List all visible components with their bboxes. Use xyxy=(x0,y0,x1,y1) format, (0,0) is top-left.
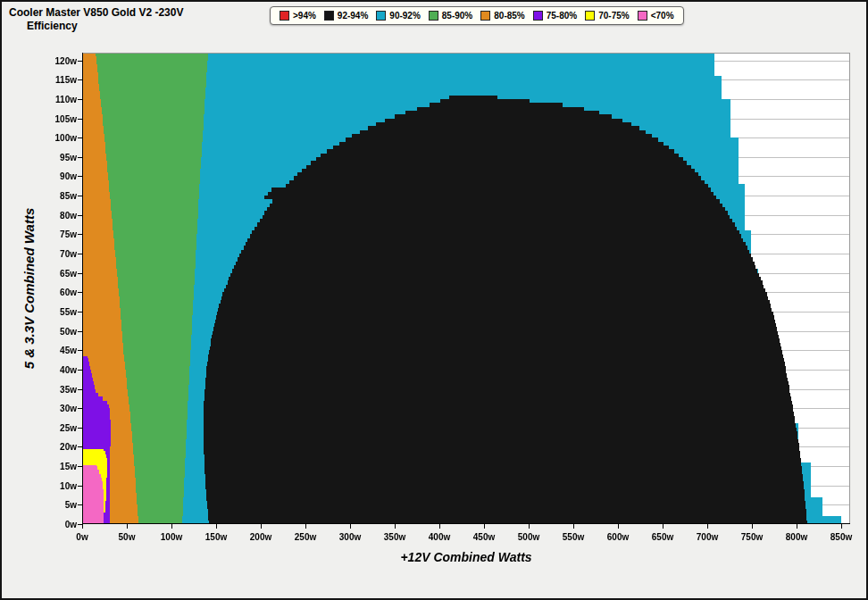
x-tick-label: 800w xyxy=(786,532,807,542)
x-tick-label: 350w xyxy=(384,532,405,542)
x-tick-mark xyxy=(573,524,574,529)
x-tick-label: 50w xyxy=(119,532,136,542)
legend-swatch xyxy=(533,11,543,21)
x-tick-label: 200w xyxy=(250,532,271,542)
x-tick-mark xyxy=(618,524,619,529)
x-tick-mark xyxy=(439,524,440,529)
x-tick-mark xyxy=(484,524,485,529)
efficiency-map-canvas xyxy=(82,53,850,524)
legend-swatch xyxy=(638,11,647,21)
x-tick-label: 700w xyxy=(697,532,718,542)
x-tick-mark xyxy=(752,524,753,529)
legend-item: >94% xyxy=(280,11,316,21)
y-axis-title: 5 & 3.3V Combined Watts xyxy=(21,208,37,370)
x-tick-label: 750w xyxy=(741,532,763,542)
x-tick-label: 450w xyxy=(473,532,495,542)
y-tick-label: 70w xyxy=(41,249,77,259)
legend-label: >94% xyxy=(293,11,316,21)
legend-label: 75-80% xyxy=(547,11,577,21)
legend-swatch xyxy=(480,11,490,21)
x-tick-label: 650w xyxy=(652,532,673,542)
y-tick-label: 5w xyxy=(41,500,77,510)
y-tick-label: 115w xyxy=(41,75,77,85)
x-axis-title: +12V Combined Watts xyxy=(400,550,531,564)
y-tick-label: 80w xyxy=(41,210,77,220)
y-tick-label: 20w xyxy=(41,442,77,452)
legend-swatch xyxy=(585,11,595,21)
y-tick-label: 30w xyxy=(41,404,77,413)
chart-window: Cooler Master V850 Gold V2 -230V Efficie… xyxy=(0,0,868,600)
chart-title-line2: Efficiency xyxy=(9,20,183,33)
legend-item: 85-90% xyxy=(429,11,472,21)
x-tick-label: 550w xyxy=(563,532,584,542)
x-tick-mark xyxy=(216,524,217,529)
x-tick-label: 600w xyxy=(607,532,629,542)
y-tick-label: 0w xyxy=(41,520,77,529)
x-tick-label: 500w xyxy=(518,532,539,542)
legend-swatch xyxy=(429,11,438,21)
legend-item: 92-94% xyxy=(324,11,368,21)
x-tick-mark xyxy=(395,524,396,529)
y-tick-label: 110w xyxy=(41,94,77,104)
legend-label: 90-92% xyxy=(389,11,420,21)
legend-item: 75-80% xyxy=(533,11,577,21)
y-tick-mark xyxy=(78,524,82,525)
x-tick-label: 400w xyxy=(429,532,450,542)
x-tick-label: 250w xyxy=(295,532,316,542)
x-tick-mark xyxy=(663,524,664,529)
y-tick-label: 120w xyxy=(41,55,77,65)
legend: >94%92-94%90-92%85-90%80-85%75-80%70-75%… xyxy=(270,6,684,25)
y-tick-label: 75w xyxy=(41,229,77,239)
legend-label: 85-90% xyxy=(442,11,472,21)
y-tick-label: 15w xyxy=(41,462,77,471)
legend-swatch xyxy=(280,11,289,21)
legend-item: 70-75% xyxy=(585,11,629,21)
y-tick-label: 65w xyxy=(41,268,77,278)
x-tick-mark xyxy=(707,524,708,529)
legend-item: <70% xyxy=(638,11,674,21)
x-tick-label: 0w xyxy=(76,532,88,542)
x-tick-mark xyxy=(350,524,351,529)
x-tick-mark xyxy=(797,524,797,529)
y-tick-label: 40w xyxy=(41,364,77,374)
chart-title-line1: Cooler Master V850 Gold V2 -230V xyxy=(9,6,183,20)
y-tick-label: 85w xyxy=(41,191,77,201)
legend-label: <70% xyxy=(651,11,674,21)
x-tick-label: 100w xyxy=(161,532,182,542)
y-tick-label: 25w xyxy=(41,422,77,432)
y-tick-label: 45w xyxy=(41,346,77,355)
x-tick-mark xyxy=(305,524,306,529)
y-tick-label: 50w xyxy=(41,326,77,336)
chart-title: Cooler Master V850 Gold V2 -230V Efficie… xyxy=(9,6,183,33)
y-tick-label: 105w xyxy=(41,113,77,123)
legend-label: 70-75% xyxy=(598,11,629,21)
y-tick-label: 95w xyxy=(41,152,77,162)
x-tick-label: 850w xyxy=(830,532,852,542)
x-tick-mark xyxy=(261,524,262,529)
y-tick-label: 100w xyxy=(41,133,77,143)
legend-label: 80-85% xyxy=(494,11,524,21)
x-tick-mark xyxy=(82,524,83,529)
x-tick-mark xyxy=(127,524,128,529)
x-tick-label: 300w xyxy=(339,532,361,542)
x-tick-mark xyxy=(171,524,172,529)
x-tick-label: 150w xyxy=(205,532,227,542)
y-tick-label: 10w xyxy=(41,480,77,490)
y-tick-label: 35w xyxy=(41,384,77,394)
x-tick-mark xyxy=(529,524,530,529)
y-tick-label: 90w xyxy=(41,171,77,181)
legend-swatch xyxy=(324,11,334,21)
legend-item: 90-92% xyxy=(376,11,420,21)
legend-item: 80-85% xyxy=(480,11,524,21)
legend-swatch xyxy=(376,11,386,21)
y-tick-label: 55w xyxy=(41,306,77,316)
x-tick-mark xyxy=(841,524,842,529)
y-tick-label: 60w xyxy=(41,288,77,297)
legend-label: 92-94% xyxy=(338,11,368,21)
